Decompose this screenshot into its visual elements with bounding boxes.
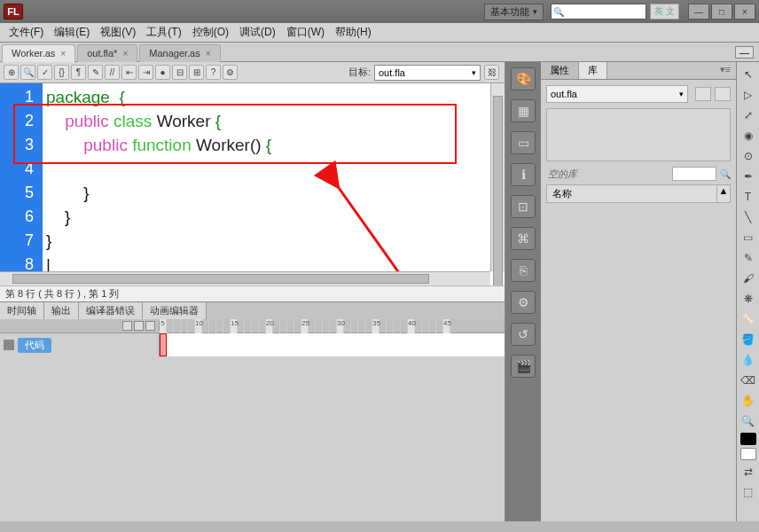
stroke-color[interactable] xyxy=(740,433,756,445)
header-name[interactable]: 名称 xyxy=(547,185,717,202)
fill-color[interactable] xyxy=(740,448,756,460)
tool-hint[interactable]: ¶ xyxy=(71,65,86,80)
tool-brace[interactable]: {} xyxy=(54,65,69,80)
close-icon[interactable]: × xyxy=(60,49,66,59)
free-transform-tool[interactable]: ⤢ xyxy=(739,106,757,124)
tab-library[interactable]: 库 xyxy=(579,62,607,79)
timeline-ruler[interactable]: 5 10 15 20 25 30 35 40 45 xyxy=(160,319,505,333)
tool-link[interactable]: ⛓ xyxy=(484,65,499,80)
actions-icon[interactable]: ⌘ xyxy=(511,227,536,250)
new-lib-icon[interactable] xyxy=(715,87,731,101)
rectangle-tool[interactable]: ▭ xyxy=(739,229,757,246)
tab-out-fla[interactable]: out.fla*× xyxy=(77,44,137,62)
brush-tool[interactable]: 🖌 xyxy=(739,270,757,287)
behaviors-icon[interactable]: ⎘ xyxy=(511,259,536,282)
tool-check[interactable]: ✓ xyxy=(37,65,52,80)
menu-help[interactable]: 帮助(H) xyxy=(330,25,377,40)
menu-view[interactable]: 视图(V) xyxy=(95,25,141,40)
selection-tool[interactable]: ↖ xyxy=(739,66,757,83)
tool-find[interactable]: 🔍 xyxy=(20,65,35,80)
menu-debug[interactable]: 调试(D) xyxy=(234,25,281,40)
eraser-tool[interactable]: ⌫ xyxy=(739,372,757,389)
scrollbar-horizontal[interactable] xyxy=(0,271,490,286)
tab-properties[interactable]: 属性 xyxy=(541,62,579,79)
tool-indent-right[interactable]: ⇥ xyxy=(138,65,153,80)
workspace-dropdown[interactable]: 基本功能 xyxy=(484,4,544,20)
align-icon[interactable]: ▦ xyxy=(511,99,536,122)
minimize-button[interactable]: — xyxy=(688,4,709,20)
text-tool[interactable]: T xyxy=(739,188,757,206)
hand-tool[interactable]: ✋ xyxy=(739,392,757,410)
library-doc-select[interactable]: out.fla xyxy=(546,85,688,103)
tool-help[interactable]: ? xyxy=(206,65,221,80)
timeline-layer[interactable]: 代码 xyxy=(0,333,160,356)
library-search-row: 空的库 🔍 xyxy=(546,167,731,181)
tab-motion-editor[interactable]: 动画编辑器 xyxy=(143,302,207,319)
paint-bucket-tool[interactable]: 🪣 xyxy=(739,331,757,348)
tab-compiler-errors[interactable]: 编译器错误 xyxy=(79,302,143,319)
scene-icon[interactable]: 🎬 xyxy=(511,355,536,378)
tool-comment[interactable]: // xyxy=(105,65,120,80)
subselection-tool[interactable]: ▷ xyxy=(739,86,757,104)
search-icon[interactable]: 🔍 xyxy=(720,169,731,179)
timeline-panel: 5 10 15 20 25 30 35 40 45 代码 xyxy=(0,319,505,521)
outline-icon[interactable] xyxy=(145,321,155,331)
tool-add[interactable]: ⊕ xyxy=(4,65,19,80)
swap-colors[interactable]: ⇄ xyxy=(739,463,757,481)
tab-output[interactable]: 输出 xyxy=(44,302,79,319)
deco-tool[interactable]: ❋ xyxy=(739,290,757,308)
scrollbar-vertical[interactable] xyxy=(490,83,505,271)
tool-snippet[interactable]: ✎ xyxy=(88,65,103,80)
tool-options[interactable]: ⚙ xyxy=(223,65,238,80)
tool-breakpoint[interactable]: ● xyxy=(155,65,170,80)
panel-menu-icon[interactable]: ▾≡ xyxy=(715,62,736,79)
playhead[interactable] xyxy=(160,333,167,356)
menu-control[interactable]: 控制(O) xyxy=(187,25,234,40)
tool-collapse[interactable]: ⊟ xyxy=(172,65,187,80)
menu-window[interactable]: 窗口(W) xyxy=(281,25,330,40)
close-icon[interactable]: × xyxy=(122,49,128,59)
help-search[interactable]: 🔍 xyxy=(551,4,646,20)
layer-name[interactable]: 代码 xyxy=(18,338,51,353)
target-select[interactable]: out.fla xyxy=(374,65,481,81)
lock-icon[interactable] xyxy=(134,321,144,331)
line-tool[interactable]: ╲ xyxy=(739,208,757,226)
bone-tool[interactable]: 🦴 xyxy=(739,310,757,328)
swatches-icon[interactable]: 🎨 xyxy=(511,67,536,90)
zoom-tool[interactable]: 🔍 xyxy=(739,412,757,430)
maximize-button[interactable]: □ xyxy=(711,4,732,20)
code-editor[interactable]: package { public class Worker { public f… xyxy=(43,83,505,286)
close-button[interactable]: × xyxy=(734,4,755,20)
components-icon[interactable]: ⚙ xyxy=(511,291,536,314)
close-icon[interactable]: × xyxy=(206,49,211,59)
tool-expand[interactable]: ⊞ xyxy=(189,65,204,80)
titlebar: FL 基本功能 🔍 英 文 — □ × xyxy=(0,0,759,23)
menu-tools[interactable]: 工具(T) xyxy=(141,25,186,40)
lasso-tool[interactable]: ⊙ xyxy=(739,147,757,165)
tab-manager-as[interactable]: Manager.as× xyxy=(139,44,220,62)
tab-worker-as[interactable]: Worker.as× xyxy=(2,44,75,62)
library-search[interactable] xyxy=(672,167,716,181)
library-preview xyxy=(546,108,731,161)
pencil-tool[interactable]: ✎ xyxy=(739,249,757,267)
menu-edit[interactable]: 编辑(E) xyxy=(49,25,95,40)
tool-indent-left[interactable]: ⇤ xyxy=(121,65,137,80)
tab-timeline[interactable]: 时间轴 xyxy=(0,302,44,319)
transform-icon[interactable]: ▭ xyxy=(511,131,536,154)
editor-panel: ⊕ 🔍 ✓ {} ¶ ✎ // ⇤ ⇥ ● ⊟ ⊞ ? ⚙ 目标: out.fl… xyxy=(0,62,505,521)
ime-indicator[interactable]: 英 文 xyxy=(650,4,679,20)
snap-tool[interactable]: ⬚ xyxy=(739,483,757,501)
info-icon[interactable]: ℹ xyxy=(511,163,536,186)
eyedropper-tool[interactable]: 💧 xyxy=(739,351,757,369)
history-icon[interactable]: ↺ xyxy=(511,323,536,346)
sort-icon[interactable]: ▲ xyxy=(717,185,730,202)
collapse-tabs[interactable]: — xyxy=(735,46,754,59)
timeline-layer-header xyxy=(0,321,160,331)
eye-icon[interactable] xyxy=(122,321,132,331)
3d-rotation-tool[interactable]: ◉ xyxy=(739,127,757,145)
pin-icon[interactable] xyxy=(695,87,711,101)
pen-tool[interactable]: ✒ xyxy=(739,168,757,185)
timeline-frames[interactable] xyxy=(160,333,505,356)
menu-file[interactable]: 文件(F) xyxy=(4,25,49,40)
library-icon[interactable]: ⊡ xyxy=(511,195,536,218)
